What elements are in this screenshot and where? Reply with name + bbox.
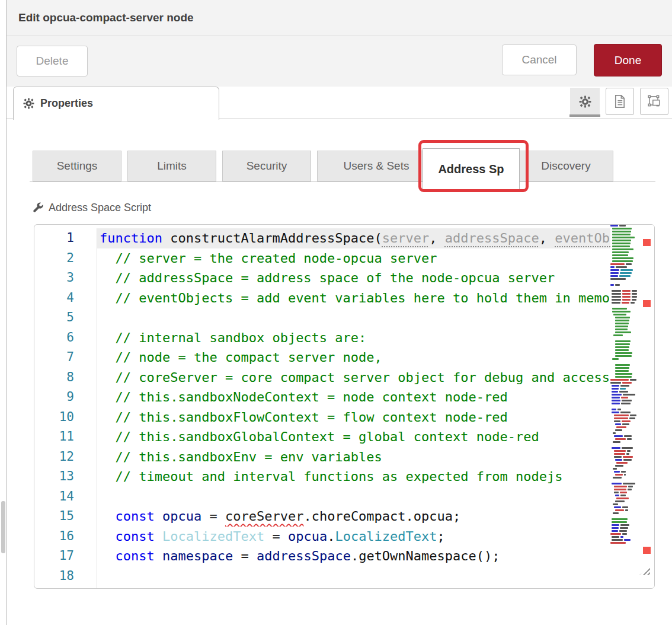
appearance-icon: [647, 94, 661, 109]
line-number: 3: [34, 268, 97, 288]
code-text: // timeout and interval functions as exp…: [97, 467, 610, 487]
overview-ruler: [637, 225, 654, 588]
code-text: // server = the created node-opcua serve…: [97, 248, 610, 269]
dialog-header: Edit opcua-compact-server node: [7, 0, 672, 36]
address-space-script-label: Address Space Script: [33, 202, 151, 214]
code-text: const Variant = opcua.Variant;: [97, 586, 610, 589]
done-button[interactable]: Done: [594, 44, 662, 76]
code-text: [97, 566, 610, 586]
line-number: 10: [34, 407, 97, 428]
document-icon: [613, 94, 626, 109]
code-text: // coreServer = core compact server obje…: [97, 368, 610, 388]
line-number: 14: [34, 487, 97, 507]
wrench-icon: [33, 202, 44, 213]
code-text: // eventObjects = add event variables he…: [97, 288, 610, 308]
code-line[interactable]: 15 const opcua = coreServer.choreCompact…: [34, 506, 610, 527]
code-text: // internal sandbox objects are:: [97, 328, 610, 348]
appearance-icon-button[interactable]: [640, 88, 668, 115]
code-text: function constructAlarmAddressSpace(serv…: [97, 228, 610, 248]
line-number: 4: [34, 288, 97, 308]
line-number: 2: [34, 248, 97, 269]
code-line[interactable]: 1function constructAlarmAddressSpace(ser…: [34, 228, 610, 248]
line-number: 9: [34, 387, 97, 407]
error-marker: [643, 300, 651, 307]
dialog-toolbar: Delete Cancel Done: [7, 36, 672, 87]
code-line[interactable]: 11 // this.sandboxGlobalContext = global…: [34, 427, 610, 447]
line-number: 15: [34, 506, 97, 527]
line-number: 5: [34, 308, 97, 328]
code-text: const namespace = addressSpace.getOwnNam…: [97, 546, 610, 566]
node-tab-limits[interactable]: Limits: [127, 151, 216, 181]
code-line[interactable]: 18: [34, 566, 610, 586]
code-line[interactable]: 8 // coreServer = core compact server ob…: [34, 368, 610, 388]
tray-resize-handle[interactable]: [1, 501, 5, 553]
line-number: 11: [34, 427, 97, 447]
code-line[interactable]: 5: [34, 308, 610, 328]
code-text: [97, 308, 610, 328]
code-line[interactable]: 12 // this.sandboxEnv = env variables: [34, 447, 610, 467]
line-number: 19: [34, 586, 97, 589]
code-text: const LocalizedText = opcua.LocalizedTex…: [97, 527, 610, 547]
code-text: [97, 487, 610, 507]
code-line[interactable]: 6 // internal sandbox objects are:: [34, 328, 610, 348]
code-line[interactable]: 4 // eventObjects = add event variables …: [34, 288, 610, 308]
node-tab-discovery[interactable]: Discovery: [519, 151, 613, 181]
cancel-button[interactable]: Cancel: [502, 44, 577, 75]
section-label-text: Address Space Script: [49, 202, 151, 214]
error-marker: [643, 239, 651, 246]
properties-icon-button[interactable]: [570, 88, 600, 115]
edit-node-dialog: Edit opcua-compact-server node Delete Ca…: [0, 0, 672, 625]
code-text: // this.sandboxNodeContext = node contex…: [97, 387, 610, 407]
code-line[interactable]: 19 const Variant = opcua.Variant;: [34, 586, 610, 589]
editor-minimap[interactable]: [610, 225, 637, 588]
node-tab-security[interactable]: Security: [222, 151, 311, 181]
description-icon-button[interactable]: [606, 88, 634, 115]
line-number: 16: [34, 527, 97, 547]
editor-tab-row: Properties: [7, 87, 672, 119]
code-text: // this.sandboxFlowContext = flow contex…: [97, 407, 610, 428]
code-line[interactable]: 16 const LocalizedText = opcua.Localized…: [34, 527, 610, 547]
code-text: const opcua = coreServer.choreCompact.op…: [97, 506, 610, 527]
line-number: 13: [34, 467, 97, 487]
line-number: 6: [34, 328, 97, 348]
code-text: // this.sandboxGlobalContext = global co…: [97, 427, 610, 447]
code-lines: 1function constructAlarmAddressSpace(ser…: [34, 228, 610, 589]
gear-icon: [23, 98, 34, 109]
line-number: 1: [34, 228, 97, 248]
gear-icon: [579, 95, 591, 108]
code-line[interactable]: 9 // this.sandboxNodeContext = node cont…: [34, 387, 610, 407]
code-text: // this.sandboxEnv = env variables: [97, 447, 610, 467]
dialog-title: Edit opcua-compact-server node: [18, 11, 194, 24]
code-editor[interactable]: 1function constructAlarmAddressSpace(ser…: [34, 224, 655, 589]
line-number: 18: [34, 566, 97, 586]
code-line[interactable]: 3 // addressSpace = address space of the…: [34, 268, 610, 288]
code-line[interactable]: 2 // server = the created node-opcua ser…: [34, 248, 610, 269]
delete-button[interactable]: Delete: [17, 46, 88, 76]
error-marker: [643, 547, 651, 554]
code-text: // addressSpace = address space of the n…: [97, 268, 610, 288]
code-line[interactable]: 10 // this.sandboxFlowContext = flow con…: [34, 407, 610, 428]
node-tab-users-sets[interactable]: Users & Sets: [317, 151, 436, 181]
code-line[interactable]: 13 // timeout and interval functions as …: [34, 467, 610, 487]
code-line[interactable]: 14: [34, 487, 610, 507]
tab-properties-label: Properties: [40, 97, 93, 110]
line-number: 12: [34, 447, 97, 467]
code-line[interactable]: 17 const namespace = addressSpace.getOwn…: [34, 546, 610, 566]
line-number: 8: [34, 368, 97, 388]
code-text: // node = the compact server node,: [97, 347, 610, 368]
node-tab-settings[interactable]: Settings: [33, 151, 121, 181]
node-tab-address-sp[interactable]: Address Sp: [423, 148, 520, 190]
node-tabs-baseline: [30, 181, 655, 182]
line-number: 7: [34, 347, 97, 368]
tab-properties[interactable]: Properties: [13, 87, 219, 120]
code-line[interactable]: 7 // node = the compact server node,: [34, 347, 610, 368]
line-number: 17: [34, 546, 97, 566]
